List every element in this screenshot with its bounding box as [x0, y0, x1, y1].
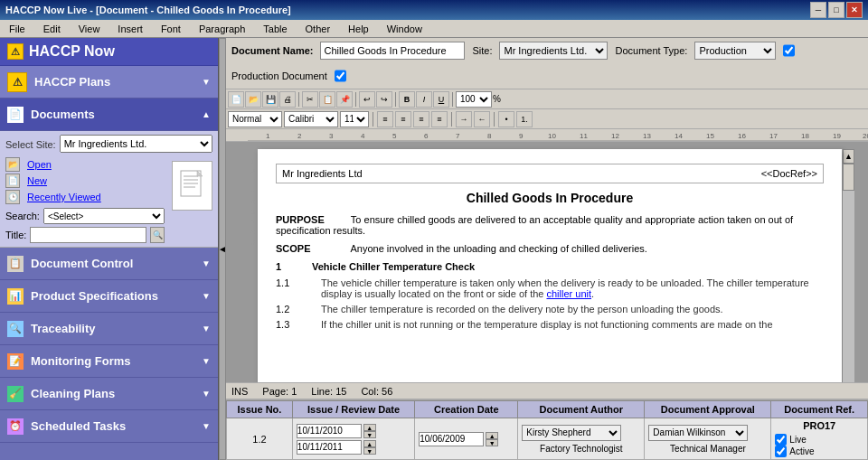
issue-date1-input[interactable]: [297, 424, 362, 438]
new-link[interactable]: New: [24, 174, 51, 188]
zoom-percent: %: [493, 94, 501, 104]
menu-edit[interactable]: Edit: [38, 22, 66, 36]
date2-up[interactable]: ▲: [363, 440, 376, 447]
date1-up[interactable]: ▲: [363, 424, 376, 431]
sidebar-item-traceability[interactable]: 🔍 Traceability ▼: [0, 313, 218, 345]
svg-text:3: 3: [329, 132, 334, 140]
tb-cut-btn[interactable]: ✂: [302, 91, 318, 108]
menu-view[interactable]: View: [73, 22, 106, 36]
title-input[interactable]: [30, 227, 146, 243]
document-body[interactable]: 12345 6789 Mr Ingredients Ltd <<DocRef>>…: [226, 142, 868, 382]
window-controls: ─ □ ✕: [810, 2, 863, 18]
svg-text:19: 19: [833, 132, 841, 140]
menu-font[interactable]: Font: [156, 22, 186, 36]
open-link[interactable]: Open: [24, 157, 55, 172]
recently-viewed-link[interactable]: Recently Viewed: [24, 190, 105, 204]
tb-align-center-btn[interactable]: ≡: [395, 111, 411, 127]
svg-text:4: 4: [361, 132, 365, 140]
section1-3: 1.3 If the chiller unit is not running o…: [276, 319, 824, 330]
tb-align-justify-btn[interactable]: ≡: [431, 111, 448, 127]
author-dropdown[interactable]: Kirsty Shepherd: [522, 425, 621, 441]
creation-date-input[interactable]: [419, 432, 484, 446]
production-doc-checkbox2[interactable]: [335, 67, 346, 85]
date1-down[interactable]: ▼: [363, 431, 376, 438]
tb-save-btn[interactable]: 💾: [262, 91, 278, 108]
section1-header: 1 Vehicle Chiller Temperature Check: [276, 261, 824, 272]
doc-name-input[interactable]: [320, 42, 465, 60]
cdate-up[interactable]: ▲: [486, 432, 498, 439]
zoom-select[interactable]: 100: [456, 91, 492, 108]
sidebar-collapse-button[interactable]: ◄: [219, 38, 226, 460]
menu-window[interactable]: Window: [382, 22, 428, 36]
approval-dropdown[interactable]: Damian Wilkinson: [648, 425, 748, 441]
live-checkbox[interactable]: [775, 434, 787, 446]
svg-text:17: 17: [769, 132, 778, 140]
haccp-plans-arrow: ▼: [202, 77, 211, 87]
creation-date-spinner[interactable]: ▲ ▼: [486, 432, 498, 446]
doc-type-dropdown[interactable]: Production: [694, 42, 776, 60]
sidebar-item-haccp-plans[interactable]: ⚠ HACCP Plans ▼: [0, 66, 218, 99]
svg-text:9: 9: [519, 132, 524, 140]
tb-italic-btn[interactable]: I: [416, 91, 432, 108]
title-search-button[interactable]: 🔍: [150, 227, 165, 243]
menu-bar: File Edit View Insert Font Paragraph Tab…: [0, 20, 868, 38]
tb-undo-btn[interactable]: ↩: [359, 91, 375, 108]
menu-table[interactable]: Table: [258, 22, 292, 36]
tb-open-btn[interactable]: 📂: [245, 91, 261, 108]
svg-text:18: 18: [801, 132, 809, 140]
tb-redo-btn[interactable]: ↪: [376, 91, 392, 108]
chiller-link[interactable]: chiller unit: [546, 288, 591, 299]
maximize-button[interactable]: □: [828, 2, 844, 18]
tb-align-left-btn[interactable]: ≡: [377, 111, 393, 127]
size-select[interactable]: 11: [340, 111, 369, 127]
approval-role: Technical Manager: [648, 444, 767, 454]
select-site-dropdown[interactable]: Mr Ingredients Ltd.: [60, 135, 212, 153]
active-label: Active: [789, 446, 814, 456]
scroll-track[interactable]: [843, 164, 854, 382]
vertical-scrollbar[interactable]: ▲ ▼: [842, 149, 854, 382]
sidebar-item-product-specs[interactable]: 📊 Product Specifications ▼: [0, 280, 218, 313]
font-select[interactable]: Calibri: [284, 111, 338, 127]
tb-indent-btn[interactable]: →: [456, 111, 472, 127]
tb-paste-btn[interactable]: 📌: [336, 91, 353, 108]
style-select[interactable]: Normal: [228, 111, 282, 127]
sidebar-item-monitoring-forms[interactable]: 📝 Monitoring Forms ▼: [0, 345, 218, 378]
select-site-label: Select Site:: [5, 139, 56, 150]
date2-down[interactable]: ▼: [363, 447, 376, 455]
tb-bold-btn[interactable]: B: [399, 91, 415, 108]
scroll-up-button[interactable]: ▲: [843, 149, 854, 164]
production-doc-checkbox[interactable]: [783, 42, 795, 60]
issue-date2-input[interactable]: [297, 440, 362, 455]
site-dropdown[interactable]: Mr Ingredients Ltd.: [499, 42, 608, 60]
minimize-button[interactable]: ─: [810, 2, 826, 18]
search-dropdown[interactable]: <Select>: [43, 208, 165, 224]
tb-new-btn[interactable]: 📄: [228, 91, 244, 108]
tb-bullet-btn[interactable]: •: [498, 111, 514, 127]
scroll-thumb[interactable]: [843, 164, 854, 191]
sidebar-item-documents[interactable]: 📄 Documents ▲: [0, 99, 218, 131]
cdate-down[interactable]: ▼: [486, 439, 498, 446]
sidebar-item-cleaning-plans[interactable]: 🧹 Cleaning Plans ▼: [0, 378, 218, 410]
sidebar-item-document-control[interactable]: 📋 Document Control ▼: [0, 248, 218, 280]
tb-copy-btn[interactable]: 📋: [319, 91, 335, 108]
tb-number-btn[interactable]: 1.: [516, 111, 533, 127]
active-checkbox[interactable]: [775, 446, 787, 457]
close-button[interactable]: ✕: [846, 2, 863, 18]
sidebar-item-scheduled-tasks[interactable]: ⏰ Scheduled Tasks ▼: [0, 410, 218, 443]
page-header-left: Mr Ingredients Ltd: [282, 168, 363, 179]
issue-date2-spinner[interactable]: ▲ ▼: [363, 440, 376, 455]
menu-help[interactable]: Help: [343, 22, 374, 36]
footer-approval: Damian Wilkinson Technical Manager: [645, 418, 771, 460]
document-page[interactable]: Mr Ingredients Ltd <<DocRef>> Chilled Go…: [258, 149, 842, 382]
tb-align-right-btn[interactable]: ≡: [413, 111, 429, 127]
tb-underline-btn[interactable]: U: [433, 91, 449, 108]
footer-col-creation-date: Creation Date: [415, 401, 518, 418]
line-numbers: 12345 6789: [240, 149, 258, 382]
menu-paragraph[interactable]: Paragraph: [193, 22, 250, 36]
menu-insert[interactable]: Insert: [112, 22, 148, 36]
menu-file[interactable]: File: [4, 22, 31, 36]
tb-print-btn[interactable]: 🖨: [279, 91, 296, 108]
issue-date1-spinner[interactable]: ▲ ▼: [363, 424, 376, 438]
tb-outdent-btn[interactable]: ←: [474, 111, 490, 127]
menu-other[interactable]: Other: [300, 22, 336, 36]
